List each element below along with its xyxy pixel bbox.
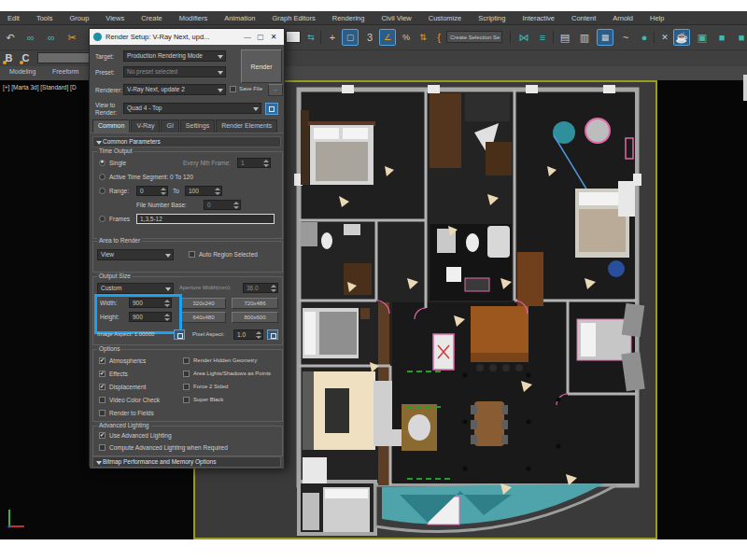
mirror-icon[interactable]: ⋈ xyxy=(515,29,532,46)
schematic-view-icon[interactable]: ~ xyxy=(617,29,634,46)
preset-dropdown[interactable]: No preset selected xyxy=(123,66,226,77)
named-selection-sets-icon[interactable]: { xyxy=(430,29,447,46)
height-field[interactable]: 900 xyxy=(129,312,172,322)
frames-field[interactable]: 1,3,5-12 xyxy=(136,214,275,224)
save-file-browse-button[interactable]: ... xyxy=(268,84,283,96)
file-number-base-field[interactable]: 0 xyxy=(204,200,241,210)
menu-edit[interactable]: Edit xyxy=(7,14,20,22)
tab-gi[interactable]: GI xyxy=(161,119,178,133)
area-lights-checkbox[interactable] xyxy=(183,371,190,377)
minimize-button[interactable]: — xyxy=(241,33,254,41)
select-by-name-icon[interactable]: ⇆ xyxy=(303,29,319,46)
menu-civil-view[interactable]: Civil View xyxy=(381,14,411,22)
tab-render-elements[interactable]: Render Elements xyxy=(216,119,277,133)
menu-interactive[interactable]: Interactive xyxy=(522,14,555,22)
render-production-icon[interactable]: ■ xyxy=(713,29,730,46)
resolution-320x240-button[interactable]: 320x240 xyxy=(181,298,226,309)
ribbon-tab-freeform[interactable]: Freeform xyxy=(52,68,78,75)
link-icon[interactable]: ∞ xyxy=(22,29,39,46)
resolution-640x480-button[interactable]: 640x480 xyxy=(181,312,226,323)
floorplan-render[interactable] xyxy=(288,84,648,538)
render-to-fields-checkbox[interactable] xyxy=(99,410,106,416)
frames-radio[interactable] xyxy=(99,216,106,222)
displacement-checkbox[interactable]: ✔ xyxy=(99,384,106,390)
area-to-render-dropdown[interactable]: View xyxy=(97,249,174,260)
save-file-checkbox[interactable] xyxy=(230,86,236,92)
menu-create[interactable]: Create xyxy=(141,14,162,22)
toolbar-input-field[interactable] xyxy=(37,52,92,63)
render-iterative-icon[interactable]: ■ xyxy=(733,29,747,46)
spinner-snap-icon[interactable]: ⇅ xyxy=(415,29,431,46)
percent-snap-icon[interactable]: % xyxy=(398,29,415,46)
video-color-check-checkbox[interactable] xyxy=(99,397,106,403)
menu-graph-editors[interactable]: Graph Editors xyxy=(273,14,316,22)
macro-button-b[interactable]: B xyxy=(2,51,16,65)
menu-content[interactable]: Content xyxy=(571,14,596,22)
effects-checkbox[interactable]: ✔ xyxy=(99,371,106,377)
undo-icon[interactable]: ↶ xyxy=(2,29,19,46)
viewport-right[interactable] xyxy=(657,80,747,539)
spinner[interactable] xyxy=(215,188,220,195)
range-to-field[interactable]: 100 xyxy=(185,186,222,196)
spinner[interactable] xyxy=(161,188,166,195)
active-time-segment-radio[interactable] xyxy=(99,174,106,180)
rendered-frame-window-icon[interactable]: ▣ xyxy=(694,29,711,46)
region-select-icon[interactable]: ▢ xyxy=(342,29,359,46)
create-selection-set-dropdown[interactable]: Create Selection Se xyxy=(446,31,502,43)
scene-explorer-icon[interactable]: ▤ xyxy=(557,29,573,46)
menu-modifiers[interactable]: Modifiers xyxy=(179,14,207,22)
spinner[interactable] xyxy=(233,202,239,209)
scatter-icon[interactable]: ✕ xyxy=(656,29,673,46)
renderer-dropdown[interactable]: V-Ray Next, update 2 xyxy=(123,84,226,95)
tab-vray[interactable]: V-Ray xyxy=(131,119,160,133)
force-2-sided-checkbox[interactable] xyxy=(183,384,190,390)
spinner[interactable] xyxy=(263,160,269,167)
super-black-checkbox[interactable] xyxy=(183,397,190,403)
rollout-bitmap-performance[interactable]: Bitmap Performance and Memory Options xyxy=(92,456,281,468)
render-setup-icon[interactable]: ☕ xyxy=(673,29,690,46)
menu-scripting[interactable]: Scripting xyxy=(478,14,505,22)
render-button[interactable]: Render xyxy=(241,49,282,83)
render-hidden-geometry-checkbox[interactable] xyxy=(183,357,190,364)
close-button[interactable]: ✕ xyxy=(267,33,280,41)
ribbon-tab-modeling[interactable]: Modeling xyxy=(9,68,35,75)
atmospherics-checkbox[interactable]: ✔ xyxy=(99,357,106,364)
single-radio[interactable]: ● xyxy=(99,160,106,166)
menu-tools[interactable]: Tools xyxy=(36,14,53,22)
image-aspect-lock-button[interactable] xyxy=(174,329,185,340)
snap-toggle-3d-icon[interactable]: 3 xyxy=(361,29,378,46)
tab-settings[interactable]: Settings xyxy=(180,119,215,133)
spinner[interactable] xyxy=(164,314,170,321)
range-from-field[interactable]: 0 xyxy=(136,186,168,196)
output-size-dropdown[interactable]: Custom xyxy=(97,283,174,294)
menu-views[interactable]: Views xyxy=(106,14,124,22)
range-radio[interactable] xyxy=(99,188,106,194)
pixel-aspect-lock-button[interactable] xyxy=(267,329,278,340)
viewport-label[interactable]: [+] [Marta 3d] [Standard] [D xyxy=(3,84,77,91)
angle-snap-icon[interactable]: ∠ xyxy=(379,29,396,46)
material-editor-icon[interactable]: ● xyxy=(636,29,653,46)
view-to-render-dropdown[interactable]: Quad 4 - Top xyxy=(123,103,261,114)
tab-common[interactable]: Common xyxy=(92,119,130,133)
menu-customize[interactable]: Customize xyxy=(429,14,461,22)
aperture-width-field[interactable]: 36.0 xyxy=(243,283,278,293)
resolution-720x486-button[interactable]: 720x486 xyxy=(232,298,278,309)
menu-animation[interactable]: Animation xyxy=(224,14,255,22)
spinner[interactable] xyxy=(256,331,261,339)
menu-rendering[interactable]: Rendering xyxy=(332,14,365,22)
menu-group[interactable]: Group xyxy=(69,14,89,22)
maximize-button[interactable]: ▢ xyxy=(254,33,267,41)
viewport-lock-button[interactable] xyxy=(265,103,278,115)
use-advanced-lighting-checkbox[interactable]: ✔ xyxy=(99,432,106,439)
menu-help[interactable]: Help xyxy=(650,14,664,22)
dialog-titlebar[interactable]: Render Setup: V-Ray Next, upd... — ▢ ✕ xyxy=(90,29,284,45)
compute-advanced-lighting-checkbox[interactable] xyxy=(99,444,106,451)
menu-arnold[interactable]: Arnold xyxy=(613,14,633,22)
width-field[interactable]: 900 xyxy=(129,298,172,308)
macro-button-c[interactable]: C xyxy=(19,51,33,65)
every-nth-frame-field[interactable]: 1 xyxy=(237,158,271,168)
align-icon[interactable]: ≡ xyxy=(534,29,551,46)
spinner[interactable] xyxy=(271,285,276,292)
pixel-aspect-field[interactable]: 1.0 xyxy=(233,329,263,340)
curve-editor-icon[interactable]: ▦ xyxy=(597,29,613,46)
